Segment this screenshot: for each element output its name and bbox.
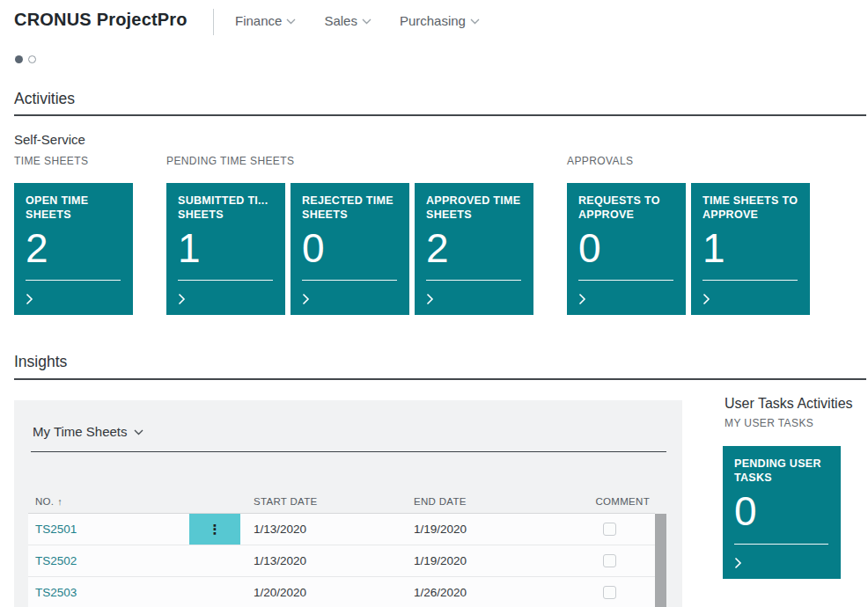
nav-item-label: Sales [324,13,357,28]
self-service-subheading: Self-Service [14,132,85,147]
tile-title: OPEN TIME SHEETS [26,194,121,222]
tile-approved-time-sheets[interactable]: APPROVED TIME SHEETS 2 [415,183,533,315]
tile-divider [578,280,673,281]
sort-ascending-icon: ↑ [57,496,63,507]
comment-checkbox[interactable] [603,554,616,567]
nav-item-purchasing[interactable]: Purchasing [400,13,480,28]
chevron-right-icon [302,293,310,305]
tile-divider [426,280,521,281]
chevron-right-icon [426,293,434,305]
end-date-cell: 1/19/2020 [414,554,563,567]
end-date-cell: 1/26/2020 [414,586,563,599]
column-header-comment[interactable]: COMMENT [563,496,655,507]
time-sheets-table: NO. ↑ START DATE END DATE COMMENT TS2501… [28,489,655,607]
activities-rule [14,114,866,116]
tile-divider [734,544,828,545]
chevron-right-icon [178,293,186,305]
tile-value: 1 [178,226,274,270]
timesheet-link[interactable]: TS2502 [28,554,189,567]
part-title-label: My Time Sheets [33,424,128,439]
end-date-cell: 1/19/2020 [414,523,563,536]
carousel-dot-active[interactable] [15,55,23,63]
table-row: TS2501 ⋮ 1/13/2020 1/19/2020 [28,514,655,545]
tile-open-time-sheets[interactable]: OPEN TIME SHEETS 2 [14,183,133,315]
cue-group-label: PENDING TIME SHEETS [166,155,533,167]
tile-title: APPROVED TIME SHEETS [426,194,522,222]
column-header-no[interactable]: NO. ↑ [28,496,189,507]
my-time-sheets-panel: My Time Sheets NO. ↑ START DATE END DATE… [14,400,682,607]
tile-value: 1 [702,226,798,270]
timesheet-link[interactable]: TS2501 [28,523,189,536]
ellipsis-vertical-icon: ⋮ [209,523,222,536]
tile-divider [26,280,121,281]
comment-checkbox[interactable] [603,523,616,536]
tile-title: TIME SHEETS TO APPROVE [702,194,798,222]
chevron-right-icon [734,557,742,569]
chevron-right-icon [702,293,710,305]
row-options-cell[interactable] [189,545,240,576]
part-title-underline [31,451,666,452]
carousel-dot-inactive[interactable] [28,55,36,63]
tile-value: 0 [734,489,829,533]
cue-group-label: TIME SHEETS [14,155,133,167]
nav-item-sales[interactable]: Sales [324,13,371,28]
carousel-indicator [15,55,36,63]
my-user-tasks-label: MY USER TASKS [725,417,813,429]
column-header-end-date[interactable]: END DATE [414,496,563,507]
comment-checkbox[interactable] [603,586,616,599]
comment-cell [563,554,655,567]
cue-groups: TIME SHEETS OPEN TIME SHEETS 2 PENDING T… [14,155,810,315]
user-tasks-heading: User Tasks Activities [725,396,853,412]
insights-heading: Insights [14,353,67,371]
tile-rejected-time-sheets[interactable]: REJECTED TIME SHEETS 0 [291,183,409,315]
timesheet-link[interactable]: TS2503 [28,586,189,599]
tile-title: SUBMITTED TI... SHEETS [178,194,274,222]
activities-heading: Activities [14,90,75,108]
tile-pending-user-tasks[interactable]: PENDING USER TASKS 0 [723,446,841,579]
tile-requests-to-approve[interactable]: REQUESTS TO APPROVE 0 [567,183,686,315]
insights-rule [14,378,866,380]
tile-value: 0 [578,226,674,270]
nav-item-label: Purchasing [400,13,466,28]
chevron-down-icon [470,18,480,25]
cue-group-time-sheets: TIME SHEETS OPEN TIME SHEETS 2 [14,155,133,315]
nav-item-finance[interactable]: Finance [235,13,296,28]
row-options-cell[interactable] [189,577,240,607]
tile-value: 2 [26,226,121,270]
chevron-down-icon [134,429,143,435]
cue-group-approvals: APPROVALS REQUESTS TO APPROVE 0 TIME SHE… [567,155,810,315]
chevron-down-icon [362,18,371,25]
chevron-right-icon [26,293,33,305]
tile-title: REJECTED TIME SHEETS [302,194,398,222]
nav-item-label: Finance [235,13,282,28]
home-page: CRONUS ProjectPro Finance Sales Purchasi… [0,0,868,607]
app-title: CRONUS ProjectPro [14,10,188,30]
cue-group-label: APPROVALS [567,155,810,167]
tile-title: REQUESTS TO APPROVE [578,194,674,222]
cue-group-pending-time-sheets: PENDING TIME SHEETS SUBMITTED TI... SHEE… [166,155,533,315]
top-navigation: Finance Sales Purchasing [235,13,480,28]
header-divider [213,9,214,35]
chevron-right-icon [578,293,586,305]
start-date-cell: 1/20/2020 [240,586,414,599]
table-row: TS2503 1/20/2020 1/26/2020 [28,577,655,607]
row-options-cell-selected[interactable]: ⋮ [189,514,240,545]
start-date-cell: 1/13/2020 [240,523,414,536]
comment-cell [563,586,655,599]
table-header-row: NO. ↑ START DATE END DATE COMMENT [28,489,655,514]
column-header-start-date[interactable]: START DATE [240,496,414,507]
tile-value: 2 [426,226,522,270]
tile-divider [302,280,397,281]
chevron-down-icon [286,18,296,25]
tile-divider [702,280,798,281]
table-row: TS2502 1/13/2020 1/19/2020 [28,545,655,577]
part-title-my-time-sheets[interactable]: My Time Sheets [33,424,143,439]
tile-submitted-time-sheets[interactable]: SUBMITTED TI... SHEETS 1 [166,183,285,315]
start-date-cell: 1/13/2020 [240,554,414,567]
tile-divider [178,280,273,281]
tile-time-sheets-to-approve[interactable]: TIME SHEETS TO APPROVE 1 [691,183,810,315]
tile-value: 0 [302,226,398,270]
tile-title: PENDING USER TASKS [734,457,829,485]
table-scrollbar[interactable] [655,514,666,607]
comment-cell [563,523,655,536]
